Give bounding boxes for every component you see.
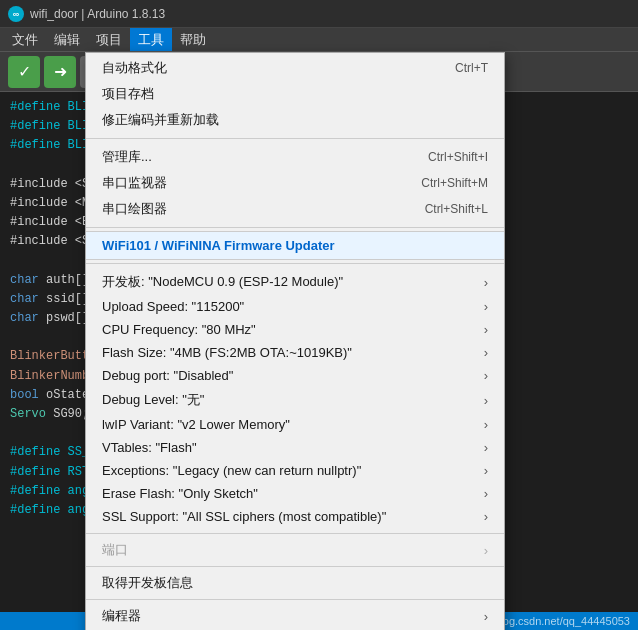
menu-exceptions[interactable]: Exceptions: "Legacy (new can return null… <box>86 459 504 482</box>
tools-dropdown-menu: 自动格式化 Ctrl+T 项目存档 修正编码并重新加载 管理库... Ctrl+… <box>85 52 505 630</box>
window-title: wifi_door | Arduino 1.8.13 <box>30 7 165 21</box>
menu-board-info[interactable]: 取得开发板信息 <box>86 570 504 596</box>
verify-button[interactable]: ✓ <box>8 56 40 88</box>
divider-6 <box>86 599 504 600</box>
menu-programmer[interactable]: 编程器 › <box>86 603 504 629</box>
menu-tools[interactable]: 工具 <box>130 28 172 51</box>
divider-2 <box>86 227 504 228</box>
menu-vtables[interactable]: VTables: "Flash" › <box>86 436 504 459</box>
dropdown-section-2: 管理库... Ctrl+Shift+I 串口监视器 Ctrl+Shift+M 串… <box>86 142 504 224</box>
divider-5 <box>86 566 504 567</box>
menu-serial-monitor[interactable]: 串口监视器 Ctrl+Shift+M <box>86 170 504 196</box>
divider-1 <box>86 138 504 139</box>
dropdown-section-board: 开发板: "NodeMCU 0.9 (ESP-12 Module)" › Upl… <box>86 267 504 530</box>
menu-debug-level[interactable]: Debug Level: "无" › <box>86 387 504 413</box>
menu-flash-size[interactable]: Flash Size: "4MB (FS:2MB OTA:~1019KB)" › <box>86 341 504 364</box>
divider-3 <box>86 263 504 264</box>
title-bar: ∞ wifi_door | Arduino 1.8.13 <box>0 0 638 28</box>
menu-board[interactable]: 开发板: "NodeMCU 0.9 (ESP-12 Module)" › <box>86 269 504 295</box>
dropdown-section-1: 自动格式化 Ctrl+T 项目存档 修正编码并重新加载 <box>86 53 504 135</box>
upload-button[interactable]: ➜ <box>44 56 76 88</box>
menu-debug-port[interactable]: Debug port: "Disabled" › <box>86 364 504 387</box>
menu-wifi-firmware-updater[interactable]: WiFi101 / WiFiNINA Firmware Updater <box>86 231 504 260</box>
divider-4 <box>86 533 504 534</box>
menu-project[interactable]: 项目 <box>88 28 130 51</box>
menu-ssl-support[interactable]: SSL Support: "All SSL ciphers (most comp… <box>86 505 504 528</box>
menu-edit[interactable]: 编辑 <box>46 28 88 51</box>
menu-bar: 文件 编辑 项目 工具 帮助 <box>0 28 638 52</box>
menu-auto-format[interactable]: 自动格式化 Ctrl+T <box>86 55 504 81</box>
menu-file[interactable]: 文件 <box>4 28 46 51</box>
menu-fix-encoding[interactable]: 修正编码并重新加载 <box>86 107 504 133</box>
app-icon: ∞ <box>8 6 24 22</box>
menu-lwip-variant[interactable]: lwIP Variant: "v2 Lower Memory" › <box>86 413 504 436</box>
menu-cpu-freq[interactable]: CPU Frequency: "80 MHz" › <box>86 318 504 341</box>
menu-help[interactable]: 帮助 <box>172 28 214 51</box>
menu-port[interactable]: 端口 › <box>86 537 504 563</box>
menu-serial-plotter[interactable]: 串口绘图器 Ctrl+Shift+L <box>86 196 504 222</box>
menu-archive-sketch[interactable]: 项目存档 <box>86 81 504 107</box>
menu-upload-speed[interactable]: Upload Speed: "115200" › <box>86 295 504 318</box>
menu-manage-libraries[interactable]: 管理库... Ctrl+Shift+I <box>86 144 504 170</box>
menu-erase-flash[interactable]: Erase Flash: "Only Sketch" › <box>86 482 504 505</box>
dropdown-container: 自动格式化 Ctrl+T 项目存档 修正编码并重新加载 管理库... Ctrl+… <box>85 52 505 630</box>
